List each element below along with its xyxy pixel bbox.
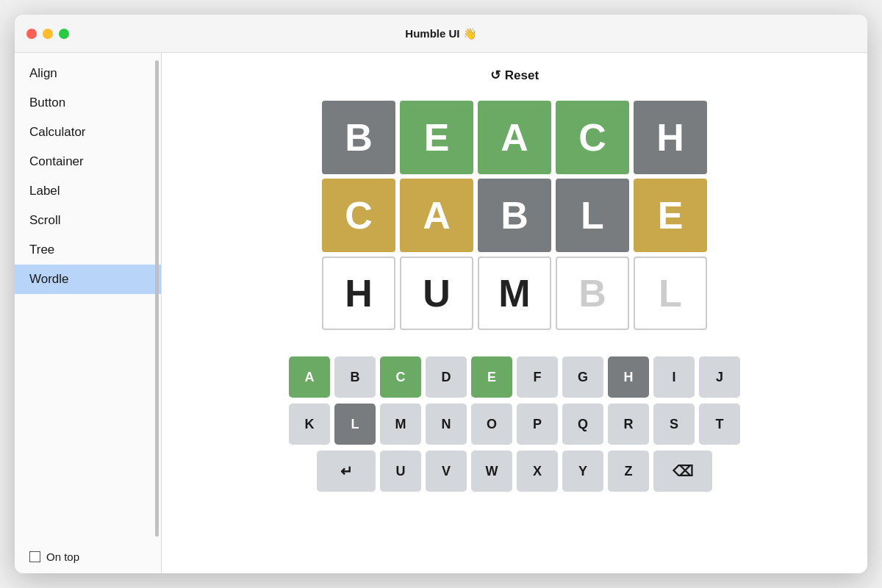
- sidebar-item-tree[interactable]: Tree: [15, 235, 161, 265]
- key-u[interactable]: U: [380, 451, 421, 492]
- close-button[interactable]: [26, 29, 37, 39]
- cell-3-4: B: [556, 257, 629, 330]
- minimize-button[interactable]: [43, 29, 53, 39]
- traffic-lights: [26, 29, 69, 39]
- key-t[interactable]: T: [699, 404, 740, 445]
- keyboard: A B C D E F G H I J K L M N O: [289, 356, 740, 492]
- wordle-row-3: H U M B L: [322, 257, 707, 330]
- sidebar-item-wordle[interactable]: Wordle: [15, 265, 161, 294]
- on-top-checkbox[interactable]: [29, 551, 40, 562]
- content-area: ↺ Reset B E A C H C A B L: [162, 53, 867, 573]
- key-s[interactable]: S: [653, 404, 695, 445]
- key-c[interactable]: C: [380, 356, 421, 398]
- reset-label: Reset: [505, 68, 539, 83]
- cell-3-3: M: [478, 257, 551, 330]
- sidebar-item-button[interactable]: Button: [15, 88, 161, 118]
- cell-1-3: A: [478, 101, 551, 174]
- key-f[interactable]: F: [517, 356, 558, 398]
- wordle-row-1: B E A C H: [322, 101, 707, 174]
- key-m[interactable]: M: [380, 404, 421, 445]
- sidebar-item-container[interactable]: Container: [15, 147, 161, 176]
- wordle-row-2: C A B L E: [322, 179, 707, 252]
- key-e[interactable]: E: [471, 356, 512, 398]
- keyboard-row-2: K L M N O P Q R S T: [289, 404, 740, 445]
- key-l[interactable]: L: [334, 404, 376, 445]
- key-b[interactable]: B: [334, 356, 376, 398]
- key-i[interactable]: I: [653, 356, 695, 398]
- cell-1-2: E: [400, 101, 473, 174]
- key-p[interactable]: P: [517, 404, 558, 445]
- key-k[interactable]: K: [289, 404, 330, 445]
- key-backspace[interactable]: ⌫: [653, 451, 712, 492]
- cell-1-4: C: [556, 101, 629, 174]
- key-d[interactable]: D: [426, 356, 467, 398]
- key-w[interactable]: W: [471, 451, 512, 492]
- cell-3-2: U: [400, 257, 473, 330]
- cell-2-1: C: [322, 179, 395, 252]
- sidebar-bottom: On top: [15, 540, 161, 573]
- cell-2-5: E: [634, 179, 707, 252]
- cell-1-1: B: [322, 101, 395, 174]
- wordle-grid: B E A C H C A B L E H U M: [322, 101, 707, 330]
- key-z[interactable]: Z: [608, 451, 649, 492]
- key-o[interactable]: O: [471, 404, 512, 445]
- keyboard-row-3: ↵ U V W X Y Z ⌫: [317, 451, 712, 492]
- window-title: Humble UI 👋: [405, 27, 476, 40]
- key-g[interactable]: G: [562, 356, 603, 398]
- sidebar-item-label[interactable]: Label: [15, 176, 161, 206]
- app-window: Humble UI 👋 Align Button Calculator Cont…: [15, 15, 867, 573]
- reset-icon: ↺: [490, 68, 501, 83]
- cell-2-2: A: [400, 179, 473, 252]
- on-top-label: On top: [46, 551, 79, 563]
- key-y[interactable]: Y: [562, 451, 603, 492]
- key-v[interactable]: V: [426, 451, 467, 492]
- key-enter[interactable]: ↵: [317, 451, 376, 492]
- key-x[interactable]: X: [517, 451, 558, 492]
- key-r[interactable]: R: [608, 404, 649, 445]
- main-layout: Align Button Calculator Container Label …: [15, 53, 867, 573]
- key-h[interactable]: H: [608, 356, 649, 398]
- reset-button[interactable]: ↺ Reset: [490, 68, 539, 83]
- titlebar: Humble UI 👋: [15, 15, 867, 53]
- sidebar-item-calculator[interactable]: Calculator: [15, 118, 161, 147]
- key-q[interactable]: Q: [562, 404, 603, 445]
- cell-3-5: L: [634, 257, 707, 330]
- key-n[interactable]: N: [426, 404, 467, 445]
- sidebar-item-scroll[interactable]: Scroll: [15, 206, 161, 235]
- fullscreen-button[interactable]: [59, 29, 69, 39]
- key-j[interactable]: J: [699, 356, 740, 398]
- keyboard-row-1: A B C D E F G H I J: [289, 356, 740, 398]
- cell-2-3: B: [478, 179, 551, 252]
- sidebar-scrollbar[interactable]: [155, 60, 159, 537]
- key-a[interactable]: A: [289, 356, 330, 398]
- sidebar: Align Button Calculator Container Label …: [15, 53, 162, 573]
- sidebar-item-align[interactable]: Align: [15, 59, 161, 88]
- cell-3-1: H: [322, 257, 395, 330]
- cell-1-5: H: [634, 101, 707, 174]
- cell-2-4: L: [556, 179, 629, 252]
